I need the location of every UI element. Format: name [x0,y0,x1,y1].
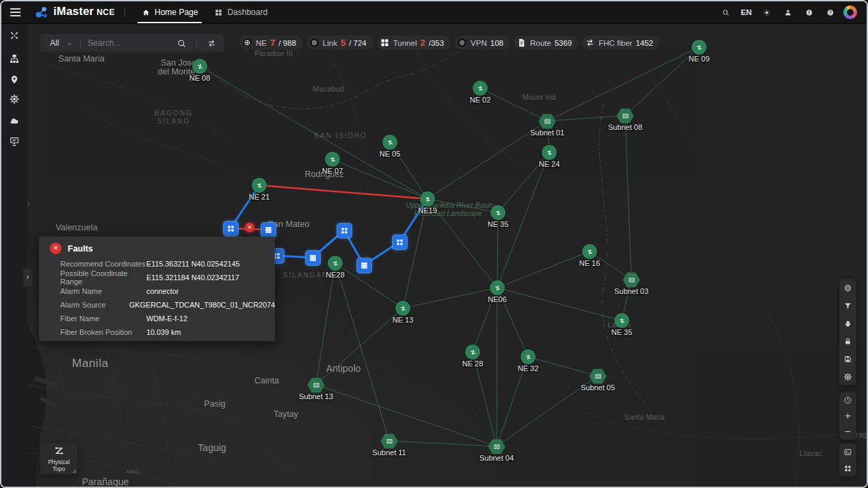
link-ne24-ne35a[interactable] [498,152,549,213]
link-ne06-ne28b[interactable] [473,288,497,352]
link-ne06-sub04[interactable] [497,288,497,446]
zoom-out-button[interactable] [839,424,856,439]
theme-button[interactable] [759,4,775,21]
topology-map[interactable]: Santa MariaSan Josedel MonteParadise III… [1,1,867,487]
link-ne19-ne35a[interactable] [428,199,498,213]
save-button[interactable] [839,350,856,368]
node-ne05[interactable] [382,135,397,150]
chevron-down-icon[interactable] [66,40,73,48]
node-ne06[interactable] [490,280,505,295]
node-b5[interactable] [337,223,352,238]
sidebar-item-crosshair[interactable] [4,26,25,45]
stat-pill-link[interactable]: Link5/ 724 [306,36,373,50]
sidebar-item-cloud[interactable] [4,111,25,131]
user-button[interactable] [780,4,796,21]
link-sub08-sub03[interactable] [625,116,631,280]
filter-button[interactable] [839,297,856,314]
search-input[interactable]: Search... [88,38,174,48]
link-ne24-ne06[interactable] [497,152,549,288]
user-avatar[interactable] [843,5,857,19]
node-ne13[interactable] [395,301,410,316]
link-ne13-sub13[interactable] [316,308,403,385]
link-ne21-ne19[interactable] [259,185,428,199]
link-ne08-ne19[interactable] [200,66,428,199]
node-b2[interactable] [261,223,276,237]
apps-button[interactable] [839,460,856,476]
link-ne09-sub08[interactable] [625,47,699,116]
fiber-break-marker[interactable]: ✕ [245,223,254,232]
menu-button[interactable] [1,1,29,23]
history-button[interactable] [839,392,856,408]
stat-pill-tunnel[interactable]: Tunnel2/353 [377,36,451,50]
link-sub04-sub11[interactable] [389,441,497,446]
sidebar-item-location[interactable] [4,70,25,89]
language-selector[interactable]: EN [739,8,754,16]
pan-button[interactable] [839,314,856,332]
link-ne05-ne19[interactable] [390,142,428,199]
tab-home-page[interactable]: Home Page [133,1,206,23]
stat-pill-fhc-fiber[interactable]: FHC fiber1452 [582,36,660,50]
link-sub04-sub13[interactable] [316,385,497,446]
node-ne21[interactable] [252,178,267,193]
link-sub05-ne32[interactable] [528,357,598,376]
divider [124,8,125,18]
sidebar-expand-handle[interactable]: › [23,269,32,286]
node-ne32[interactable] [521,349,536,364]
search-icon[interactable] [176,38,187,49]
link-ne06-ne32[interactable] [497,288,528,357]
search-button[interactable] [718,4,734,21]
search-scope-select[interactable]: All [50,38,59,48]
sidebar-item-topology[interactable] [4,49,25,68]
grid-glyph [340,226,349,235]
node-b4[interactable] [306,251,320,265]
node-b1[interactable] [224,221,238,236]
link-ne35a-ne06[interactable] [497,213,498,288]
link-ne16-sub03[interactable] [590,252,631,280]
link-ne06-ne35b[interactable] [497,288,622,321]
link-ne28a-sub11[interactable] [335,263,389,441]
stat-pill-vpn[interactable]: VPN108 [454,36,510,50]
node-ne19[interactable] [420,191,435,206]
node-ne35a[interactable] [490,205,505,220]
link-ne19-ne06[interactable] [428,199,497,288]
node-ne08[interactable] [192,59,207,74]
node-ne24[interactable] [542,145,557,160]
link-ne19-ne13[interactable] [403,199,428,308]
node-ne07[interactable] [325,152,340,167]
node-ne16[interactable] [582,244,597,259]
node-b6[interactable] [357,258,371,273]
help-button[interactable] [822,4,839,21]
tab-dashboard[interactable]: Dashboard [206,1,276,23]
alerts-button[interactable] [801,4,817,21]
node-ne35b[interactable] [614,313,629,328]
link-sub01-ne19[interactable] [428,121,547,199]
link-ne28a-sub13[interactable] [316,263,335,385]
lock-button[interactable] [839,332,856,350]
link-sub04-ne28b[interactable] [473,352,497,446]
link-sub04-ne32[interactable] [497,357,528,446]
node-ne28a[interactable] [328,256,343,271]
link-ne16-ne06[interactable] [497,252,590,288]
fault-row: Fiber NameWDM-E-f-12 [39,312,275,325]
node-ne09[interactable] [692,40,707,55]
node-b7[interactable] [393,235,407,249]
stat-pill-route[interactable]: Route5369 [514,36,579,50]
settings-button[interactable] [839,368,856,385]
header-actions: EN [718,4,867,21]
node-ne28b[interactable] [465,344,480,360]
advanced-filter-icon[interactable] [207,38,217,49]
physical-topo-button[interactable]: Physical Topo [40,443,77,474]
sidebar-item-monitor[interactable] [4,132,25,151]
link-ne02-sub01[interactable] [480,88,547,121]
globe-button[interactable] [839,279,856,297]
zoom-in-button[interactable] [839,408,856,424]
stat-pill-ne[interactable]: NE7/ 988 [239,36,303,50]
sidebar-item-settings[interactable] [4,90,25,109]
node-ne02[interactable] [473,81,488,96]
link-badge-icon [309,38,319,48]
link-ne06-ne13[interactable] [403,288,497,308]
brand-name: iMaster [53,5,94,18]
link-sub04-sub05[interactable] [497,376,598,446]
link-sub01-sub08[interactable] [547,116,625,121]
overview-button[interactable] [839,444,856,460]
